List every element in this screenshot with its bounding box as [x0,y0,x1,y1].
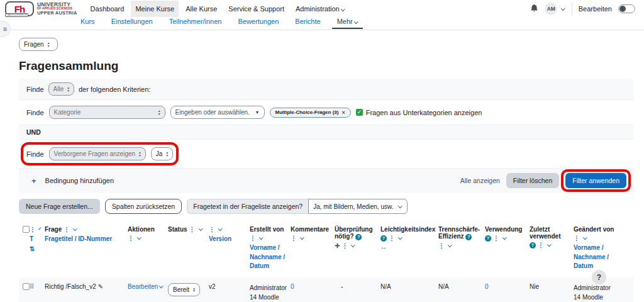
reset-columns-button[interactable]: Spalten zurücksetzen [105,199,182,214]
logo-wordmark: UNIVERSITY OF APPLIED SCIENCES UPPER AUS… [37,2,77,16]
kebab-menu-icon[interactable]: ⋮ [189,226,196,233]
help-icon[interactable]: ? [530,242,536,249]
section-select[interactable]: Fragen ▴▾ [19,38,58,51]
column-header-trennschaerfe: Trennschärfe-Effizienz ? ⋮ [438,226,485,249]
course-nav-einstellungen[interactable]: Einstellungen [111,18,153,25]
kebab-menu-icon[interactable]: ⋮ [209,226,215,233]
col-version-link[interactable]: Version [209,235,246,244]
edit-mode-toggle[interactable] [618,4,635,13]
clear-filter-button[interactable]: Filter löschen [506,173,559,188]
status-select[interactable]: Bereit ▴▾ [168,283,200,296]
drag-handle-icon[interactable]: ⠿ [30,283,33,290]
kebab-menu-icon[interactable]: ⋮ [341,242,348,249]
column-header-version: ⋮ Version [209,226,250,244]
comments-count-link[interactable]: 0 [291,283,294,290]
nav-dashboard[interactable]: Dashboard [86,1,129,17]
kebab-menu-icon[interactable]: ⋮ [128,235,134,242]
col-erstellt-sublinks[interactable]: Vorname / Nachname / Datum [250,243,287,271]
column-header-leichtigkeitsindex: Leichtigkeitsindex ? ⋮ ↔ [380,226,438,250]
select-arrows-icon: ▴▾ [48,42,50,47]
chevron-down-icon[interactable] [218,226,222,230]
fh-upper-austria-logo[interactable]: Fh OBERÖSTERREICH UNIVERSITY OF APPLIED … [5,1,77,16]
col-frage-sublinks[interactable]: Fragetitel / ID-Nummer [45,235,124,244]
help-icon[interactable]: ? [380,235,387,242]
chevron-down-icon[interactable] [259,235,263,239]
kebab-menu-icon[interactable]: ⋮ [30,226,36,233]
chevron-down-icon[interactable] [39,228,42,230]
show-all-link[interactable]: Alle anzeigen [460,177,500,184]
kebab-menu-icon[interactable]: ⋮ [493,235,499,242]
apply-filter-button[interactable]: Filter anwenden [565,173,626,188]
course-nav-berichte[interactable]: Berichte [295,18,320,25]
kebab-menu-icon[interactable]: ⋮ [538,242,544,249]
kebab-menu-icon[interactable]: ⋮ [64,226,70,233]
match-type-value: Alle [53,86,64,92]
sort-t-link[interactable]: T [30,235,41,244]
col-frage-title: Frage [45,226,62,233]
nav-meine-kurse[interactable]: Meine Kurse [131,1,179,17]
kebab-menu-icon[interactable]: ⋮ [574,235,580,242]
notification-bell-icon[interactable] [530,3,538,14]
show-question-text-group: Fragetext in der Frageliste anzeigen? Ja… [187,199,408,214]
kebab-menu-icon[interactable]: ⋮ [438,242,445,249]
usage-count-link[interactable]: 0 [485,283,489,290]
edit-action-menu[interactable]: Bearbeiten [128,283,164,290]
column-header-status: Status ⋮ [168,226,209,233]
chevron-down-icon[interactable] [73,226,77,230]
chevron-down-icon[interactable] [351,243,355,247]
hidden-questions-select[interactable]: Verborgene Fragen anzeigen ▴▾ [49,147,146,160]
resize-column-icon[interactable]: ↔ [380,243,387,250]
chevron-down-icon[interactable] [502,235,506,239]
sort-icon[interactable]: ⇅ [30,245,41,254]
match-type-select[interactable]: Alle ▴▾ [48,82,74,96]
chevron-down-icon[interactable] [137,235,141,239]
course-nav-bewertungen[interactable]: Bewertungen [238,18,279,25]
avatar: AM [545,3,557,15]
chevron-down-icon[interactable] [300,235,304,239]
nav-administration[interactable]: Administration [291,1,349,17]
new-question-button[interactable]: Neue Frage erstellen... [19,199,100,214]
select-all-checkbox[interactable] [23,226,30,233]
divider [572,3,572,15]
col-geaendert-sublinks[interactable]: Vorname / Nachname / Datum [574,243,628,271]
user-menu[interactable]: AM [545,3,565,15]
help-icon[interactable]: ? [485,235,491,242]
col-zuletzt-title: Zuletzt verwendet [530,226,570,240]
filter-match-prefix: Finde [26,86,44,93]
pencil-edit-icon[interactable]: ✎ [98,283,103,290]
move-column-icon[interactable]: ✛ [335,242,340,249]
subcategories-checkbox[interactable]: ✓ [356,109,363,116]
chevron-down-icon[interactable] [199,226,203,230]
course-nav-kurs[interactable]: Kurs [80,18,95,25]
category-typeahead-input[interactable]: Eingeben oder auswählen. ▼ [170,106,265,119]
col-ueberpruefung-title: Überprüfung nötig? [335,226,373,240]
course-nav-teilnehmer[interactable]: Teilnehmer/innen [169,18,222,25]
nav-administration-label: Administration [296,5,340,13]
dropdown-arrow-icon: ▼ [255,110,260,115]
hidden-questions-ja-select[interactable]: Ja ▴▾ [151,147,173,160]
kebab-menu-icon[interactable]: ⋮ [389,235,395,242]
help-fab-button[interactable]: ? [592,270,606,284]
course-nav-mehr[interactable]: Mehr [337,18,358,29]
add-condition-button[interactable]: + Bedingung hinzufügen [26,176,114,186]
show-question-text-select[interactable]: Ja, mit Bildern, Medien, usw. [308,199,408,214]
chevron-down-icon[interactable] [547,242,551,246]
chevron-down-icon[interactable] [583,235,587,239]
chevron-down-icon[interactable] [448,243,452,247]
kebab-menu-icon[interactable]: ⋮ [291,235,297,242]
kebab-menu-icon[interactable]: ⋮ [250,235,256,242]
typeahead-placeholder: Eingeben oder auswählen. [175,109,250,116]
section-select-value: Fragen [24,41,44,48]
nav-alle-kurse[interactable]: Alle Kurse [181,1,221,17]
subcategories-checkbox-label: Fragen aus Unterkategorien anzeigen [366,109,482,116]
row-checkbox[interactable] [23,283,30,290]
col-geaendert-title: Geändert von [574,226,628,233]
table-header-row: ⋮ T ⇅ Frage ⋮ Fragetitel / ID-Nummer Akt… [19,221,634,277]
chevron-down-icon[interactable] [398,235,402,239]
help-icon[interactable]: ? [465,234,472,240]
help-icon[interactable]: ? [355,234,362,240]
close-icon[interactable]: × [341,109,345,116]
nav-service-support[interactable]: Service & Support [224,1,289,17]
category-select[interactable]: Kategorie ▴▾ [49,106,165,119]
hidden-questions-ja-value: Ja [156,150,163,157]
